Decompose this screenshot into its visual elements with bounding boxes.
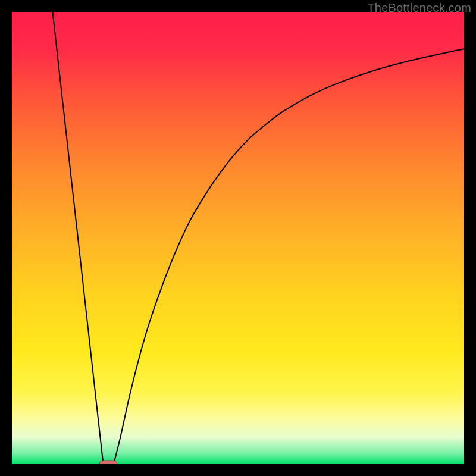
chart-frame: TheBottleneck.com [0, 0, 476, 476]
chart-svg [12, 12, 464, 464]
bottleneck-marker [99, 461, 117, 464]
chart-background [12, 12, 464, 464]
